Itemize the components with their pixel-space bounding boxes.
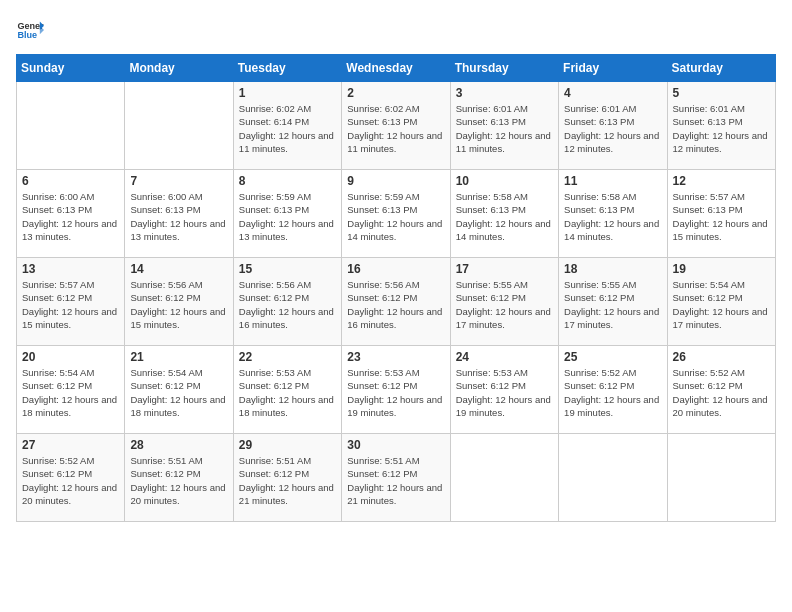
day-info: Sunrise: 5:51 AM Sunset: 6:12 PM Dayligh… [239, 454, 336, 507]
day-info: Sunrise: 5:55 AM Sunset: 6:12 PM Dayligh… [456, 278, 553, 331]
day-info: Sunrise: 5:53 AM Sunset: 6:12 PM Dayligh… [456, 366, 553, 419]
day-number: 5 [673, 86, 770, 100]
day-number: 23 [347, 350, 444, 364]
weekday-header-sunday: Sunday [17, 55, 125, 82]
calendar-cell: 5Sunrise: 6:01 AM Sunset: 6:13 PM Daylig… [667, 82, 775, 170]
day-number: 19 [673, 262, 770, 276]
calendar-cell: 17Sunrise: 5:55 AM Sunset: 6:12 PM Dayli… [450, 258, 558, 346]
calendar-cell: 21Sunrise: 5:54 AM Sunset: 6:12 PM Dayli… [125, 346, 233, 434]
weekday-header-saturday: Saturday [667, 55, 775, 82]
calendar-cell: 28Sunrise: 5:51 AM Sunset: 6:12 PM Dayli… [125, 434, 233, 522]
day-number: 14 [130, 262, 227, 276]
calendar-cell: 23Sunrise: 5:53 AM Sunset: 6:12 PM Dayli… [342, 346, 450, 434]
day-info: Sunrise: 6:01 AM Sunset: 6:13 PM Dayligh… [673, 102, 770, 155]
calendar-week-row: 1Sunrise: 6:02 AM Sunset: 6:14 PM Daylig… [17, 82, 776, 170]
day-info: Sunrise: 6:00 AM Sunset: 6:13 PM Dayligh… [22, 190, 119, 243]
day-info: Sunrise: 5:56 AM Sunset: 6:12 PM Dayligh… [130, 278, 227, 331]
day-info: Sunrise: 5:58 AM Sunset: 6:13 PM Dayligh… [456, 190, 553, 243]
calendar-cell: 8Sunrise: 5:59 AM Sunset: 6:13 PM Daylig… [233, 170, 341, 258]
day-number: 27 [22, 438, 119, 452]
weekday-header-thursday: Thursday [450, 55, 558, 82]
calendar-cell: 25Sunrise: 5:52 AM Sunset: 6:12 PM Dayli… [559, 346, 667, 434]
header: General Blue [16, 16, 776, 44]
day-number: 17 [456, 262, 553, 276]
day-info: Sunrise: 5:54 AM Sunset: 6:12 PM Dayligh… [130, 366, 227, 419]
calendar-cell: 1Sunrise: 6:02 AM Sunset: 6:14 PM Daylig… [233, 82, 341, 170]
day-info: Sunrise: 5:52 AM Sunset: 6:12 PM Dayligh… [564, 366, 661, 419]
day-number: 1 [239, 86, 336, 100]
calendar-cell: 16Sunrise: 5:56 AM Sunset: 6:12 PM Dayli… [342, 258, 450, 346]
calendar-cell: 24Sunrise: 5:53 AM Sunset: 6:12 PM Dayli… [450, 346, 558, 434]
calendar-table: SundayMondayTuesdayWednesdayThursdayFrid… [16, 54, 776, 522]
day-number: 26 [673, 350, 770, 364]
day-info: Sunrise: 5:56 AM Sunset: 6:12 PM Dayligh… [239, 278, 336, 331]
weekday-header-wednesday: Wednesday [342, 55, 450, 82]
day-number: 7 [130, 174, 227, 188]
day-info: Sunrise: 6:02 AM Sunset: 6:13 PM Dayligh… [347, 102, 444, 155]
calendar-cell [667, 434, 775, 522]
calendar-cell: 3Sunrise: 6:01 AM Sunset: 6:13 PM Daylig… [450, 82, 558, 170]
calendar-cell: 22Sunrise: 5:53 AM Sunset: 6:12 PM Dayli… [233, 346, 341, 434]
day-info: Sunrise: 5:53 AM Sunset: 6:12 PM Dayligh… [347, 366, 444, 419]
day-number: 24 [456, 350, 553, 364]
day-info: Sunrise: 5:52 AM Sunset: 6:12 PM Dayligh… [673, 366, 770, 419]
day-number: 28 [130, 438, 227, 452]
calendar-body: 1Sunrise: 6:02 AM Sunset: 6:14 PM Daylig… [17, 82, 776, 522]
calendar-cell: 6Sunrise: 6:00 AM Sunset: 6:13 PM Daylig… [17, 170, 125, 258]
day-number: 13 [22, 262, 119, 276]
day-number: 20 [22, 350, 119, 364]
calendar-cell: 12Sunrise: 5:57 AM Sunset: 6:13 PM Dayli… [667, 170, 775, 258]
day-info: Sunrise: 6:01 AM Sunset: 6:13 PM Dayligh… [564, 102, 661, 155]
calendar-week-row: 6Sunrise: 6:00 AM Sunset: 6:13 PM Daylig… [17, 170, 776, 258]
day-info: Sunrise: 6:02 AM Sunset: 6:14 PM Dayligh… [239, 102, 336, 155]
day-number: 25 [564, 350, 661, 364]
day-info: Sunrise: 5:54 AM Sunset: 6:12 PM Dayligh… [673, 278, 770, 331]
weekday-header-friday: Friday [559, 55, 667, 82]
calendar-cell: 2Sunrise: 6:02 AM Sunset: 6:13 PM Daylig… [342, 82, 450, 170]
day-number: 2 [347, 86, 444, 100]
day-number: 16 [347, 262, 444, 276]
calendar-cell: 11Sunrise: 5:58 AM Sunset: 6:13 PM Dayli… [559, 170, 667, 258]
calendar-cell: 19Sunrise: 5:54 AM Sunset: 6:12 PM Dayli… [667, 258, 775, 346]
calendar-week-row: 27Sunrise: 5:52 AM Sunset: 6:12 PM Dayli… [17, 434, 776, 522]
calendar-cell: 10Sunrise: 5:58 AM Sunset: 6:13 PM Dayli… [450, 170, 558, 258]
day-info: Sunrise: 5:53 AM Sunset: 6:12 PM Dayligh… [239, 366, 336, 419]
day-number: 8 [239, 174, 336, 188]
weekday-header-monday: Monday [125, 55, 233, 82]
day-number: 21 [130, 350, 227, 364]
calendar-cell [450, 434, 558, 522]
logo-icon: General Blue [16, 16, 44, 44]
calendar-cell: 4Sunrise: 6:01 AM Sunset: 6:13 PM Daylig… [559, 82, 667, 170]
day-info: Sunrise: 5:54 AM Sunset: 6:12 PM Dayligh… [22, 366, 119, 419]
day-number: 4 [564, 86, 661, 100]
day-number: 6 [22, 174, 119, 188]
day-number: 29 [239, 438, 336, 452]
logo: General Blue [16, 16, 44, 44]
day-info: Sunrise: 5:51 AM Sunset: 6:12 PM Dayligh… [130, 454, 227, 507]
day-number: 10 [456, 174, 553, 188]
day-info: Sunrise: 5:57 AM Sunset: 6:13 PM Dayligh… [673, 190, 770, 243]
calendar-cell: 13Sunrise: 5:57 AM Sunset: 6:12 PM Dayli… [17, 258, 125, 346]
calendar-cell: 18Sunrise: 5:55 AM Sunset: 6:12 PM Dayli… [559, 258, 667, 346]
calendar-header: SundayMondayTuesdayWednesdayThursdayFrid… [17, 55, 776, 82]
calendar-cell: 26Sunrise: 5:52 AM Sunset: 6:12 PM Dayli… [667, 346, 775, 434]
day-info: Sunrise: 5:55 AM Sunset: 6:12 PM Dayligh… [564, 278, 661, 331]
day-info: Sunrise: 6:00 AM Sunset: 6:13 PM Dayligh… [130, 190, 227, 243]
day-info: Sunrise: 5:59 AM Sunset: 6:13 PM Dayligh… [239, 190, 336, 243]
calendar-cell: 7Sunrise: 6:00 AM Sunset: 6:13 PM Daylig… [125, 170, 233, 258]
day-info: Sunrise: 5:56 AM Sunset: 6:12 PM Dayligh… [347, 278, 444, 331]
calendar-week-row: 20Sunrise: 5:54 AM Sunset: 6:12 PM Dayli… [17, 346, 776, 434]
day-number: 18 [564, 262, 661, 276]
calendar-cell: 27Sunrise: 5:52 AM Sunset: 6:12 PM Dayli… [17, 434, 125, 522]
calendar-cell: 29Sunrise: 5:51 AM Sunset: 6:12 PM Dayli… [233, 434, 341, 522]
day-number: 3 [456, 86, 553, 100]
day-info: Sunrise: 5:51 AM Sunset: 6:12 PM Dayligh… [347, 454, 444, 507]
weekday-header-tuesday: Tuesday [233, 55, 341, 82]
day-number: 22 [239, 350, 336, 364]
day-number: 30 [347, 438, 444, 452]
day-number: 11 [564, 174, 661, 188]
weekday-header-row: SundayMondayTuesdayWednesdayThursdayFrid… [17, 55, 776, 82]
calendar-cell [559, 434, 667, 522]
calendar-cell: 14Sunrise: 5:56 AM Sunset: 6:12 PM Dayli… [125, 258, 233, 346]
calendar-cell: 30Sunrise: 5:51 AM Sunset: 6:12 PM Dayli… [342, 434, 450, 522]
